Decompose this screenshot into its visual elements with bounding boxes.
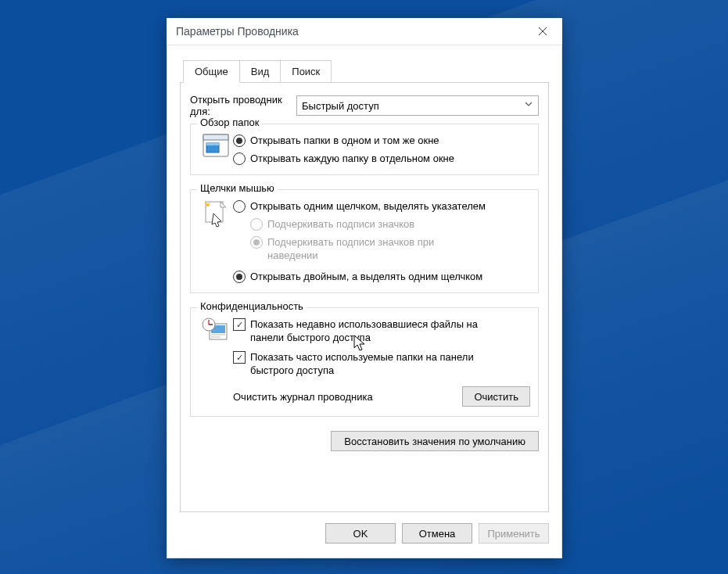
- group-mouse-clicks: Щелчки мышью: [190, 189, 539, 293]
- tab-search[interactable]: Поиск: [280, 60, 332, 83]
- group-privacy-legend: Конфиденциальность: [197, 300, 307, 312]
- tab-general[interactable]: Общие: [183, 60, 240, 83]
- radio-new-window-label: Открывать каждую папку в отдельном окне: [250, 152, 454, 165]
- radio-icon: [233, 152, 246, 165]
- tab-view[interactable]: Вид: [239, 60, 282, 83]
- radio-underline-hover: Подчеркивать подписи значков при наведен…: [250, 235, 530, 262]
- clear-history-label: Очистить журнал проводника: [233, 391, 462, 403]
- radio-underline-always: Подчеркивать подписи значков: [250, 217, 530, 231]
- group-folder-browse-legend: Обзор папок: [197, 117, 262, 128]
- group-privacy: Конфиденциальность: [190, 307, 539, 417]
- folder-browse-icon: [199, 132, 233, 165]
- close-button[interactable]: [526, 20, 559, 43]
- cancel-button[interactable]: Отмена: [402, 523, 472, 544]
- radio-same-window[interactable]: Открывать папки в одном и том же окне: [233, 134, 530, 147]
- group-folder-browse: Обзор папок: [190, 124, 539, 175]
- restore-row: Восстановить значения по умолчанию: [190, 431, 539, 451]
- clear-button[interactable]: Очистить: [462, 386, 530, 407]
- radio-icon: [250, 236, 263, 249]
- chevron-down-icon: [524, 99, 533, 109]
- titlebar: Параметры Проводника: [167, 18, 562, 45]
- radio-underline-hover-label: Подчеркивать подписи значков при наведен…: [267, 235, 471, 262]
- radio-double-click[interactable]: Открывать двойным, а выделять одним щелч…: [233, 270, 530, 283]
- checkbox-icon: ✓: [233, 318, 246, 331]
- radio-icon: [250, 218, 263, 231]
- close-icon: [538, 27, 547, 36]
- svg-rect-16: [211, 336, 221, 338]
- dialog-footer: OK Отмена Применить: [167, 512, 561, 558]
- radio-underline-always-label: Подчеркивать подписи значков: [267, 217, 414, 231]
- radio-single-click-label: Открывать одним щелчком, выделять указат…: [250, 199, 486, 213]
- apply-button: Применить: [479, 523, 549, 544]
- dialog-body: Общие Вид Поиск Открыть проводник для: Б…: [167, 45, 562, 558]
- group-mouse-clicks-legend: Щелчки мышью: [197, 182, 278, 194]
- radio-icon: [233, 200, 246, 213]
- check-recent-files[interactable]: ✓ Показать недавно использовавшиеся файл…: [233, 317, 530, 344]
- desktop-background: Параметры Проводника Общие Вид Поиск Отк…: [0, 0, 728, 574]
- radio-icon: [233, 271, 246, 283]
- check-recent-files-label: Показать недавно использовавшиеся файлы …: [250, 317, 493, 344]
- radio-single-click[interactable]: Открывать одним щелчком, выделять указат…: [233, 199, 530, 213]
- tab-strip: Общие Вид Поиск: [183, 60, 561, 83]
- open-for-label: Открыть проводник для:: [190, 94, 296, 117]
- restore-defaults-button[interactable]: Восстановить значения по умолчанию: [331, 431, 539, 451]
- open-for-value: Быстрый доступ: [302, 100, 379, 112]
- checkbox-icon: ✓: [233, 351, 246, 364]
- window-title: Параметры Проводника: [176, 25, 526, 38]
- radio-same-window-label: Открывать папки в одном и том же окне: [250, 134, 439, 147]
- privacy-icon: [199, 316, 233, 407]
- open-for-select[interactable]: Быстрый доступ: [296, 95, 539, 116]
- clear-row: Очистить журнал проводника Очистить: [233, 386, 530, 407]
- svg-rect-15: [211, 334, 225, 335]
- radio-new-window[interactable]: Открывать каждую папку в отдельном окне: [233, 152, 530, 165]
- ok-button[interactable]: OK: [325, 523, 396, 544]
- svg-rect-5: [206, 143, 219, 145]
- general-panel: Открыть проводник для: Быстрый доступ Об…: [180, 82, 549, 512]
- svg-rect-3: [203, 135, 228, 140]
- mouse-clicks-icon: [199, 198, 233, 283]
- radio-double-click-label: Открывать двойным, а выделять одним щелч…: [250, 270, 482, 283]
- check-frequent-folders[interactable]: ✓ Показать часто используемые папки на п…: [233, 350, 530, 377]
- folder-options-dialog: Параметры Проводника Общие Вид Поиск Отк…: [167, 18, 562, 558]
- radio-icon: [233, 135, 246, 147]
- open-for-row: Открыть проводник для: Быстрый доступ: [190, 94, 539, 117]
- check-frequent-folders-label: Показать часто используемые папки на пан…: [250, 350, 493, 377]
